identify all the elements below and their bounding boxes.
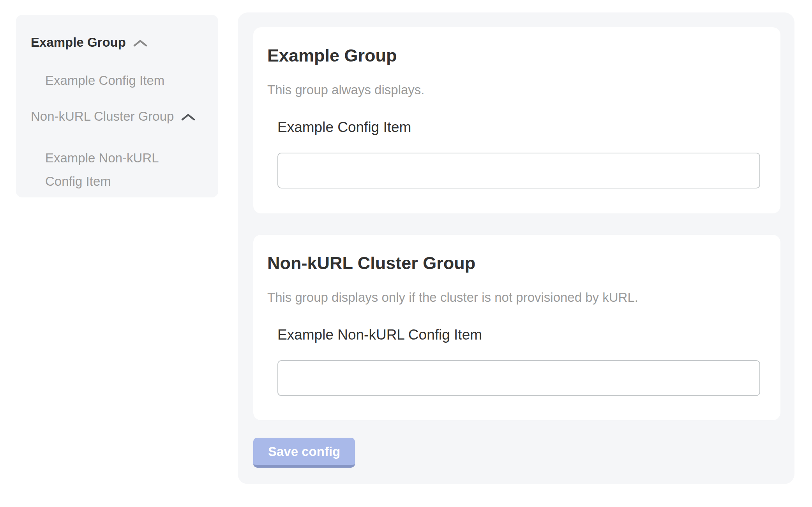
sidebar-group-non-kurl-cluster-group[interactable]: Non-kURL Cluster Group bbox=[31, 108, 203, 125]
group-title: Non-kURL Cluster Group bbox=[267, 253, 766, 274]
config-item-label: Example Non-kURL Config Item bbox=[277, 326, 766, 344]
config-item-input-example-config-item[interactable] bbox=[277, 153, 760, 188]
group-description: This group displays only if the cluster … bbox=[267, 289, 766, 306]
sidebar-item-example-non-kurl-config-item[interactable]: Example Non-kURL Config Item bbox=[45, 146, 174, 193]
sidebar-item-example-config-item[interactable]: Example Config Item bbox=[45, 72, 203, 89]
group-title: Example Group bbox=[267, 45, 766, 66]
config-group-card-non-kurl-cluster-group: Non-kURL Cluster Group This group displa… bbox=[253, 235, 780, 420]
config-group-card-example-group: Example Group This group always displays… bbox=[253, 27, 780, 213]
group-description: This group always displays. bbox=[267, 82, 766, 98]
chevron-up-icon bbox=[133, 39, 148, 48]
sidebar-group-label: Example Group bbox=[31, 34, 126, 51]
config-area: Example Group This group always displays… bbox=[238, 12, 794, 484]
config-sidebar: Example Group Example Config Item Non-kU… bbox=[16, 15, 218, 197]
chevron-up-icon bbox=[181, 113, 196, 121]
sidebar-group-label: Non-kURL Cluster Group bbox=[31, 108, 174, 125]
config-item-label: Example Config Item bbox=[277, 118, 766, 136]
sidebar-group-example-group[interactable]: Example Group bbox=[31, 34, 203, 51]
config-item-input-example-non-kurl-config-item[interactable] bbox=[277, 360, 760, 396]
save-config-button[interactable]: Save config bbox=[253, 438, 355, 468]
